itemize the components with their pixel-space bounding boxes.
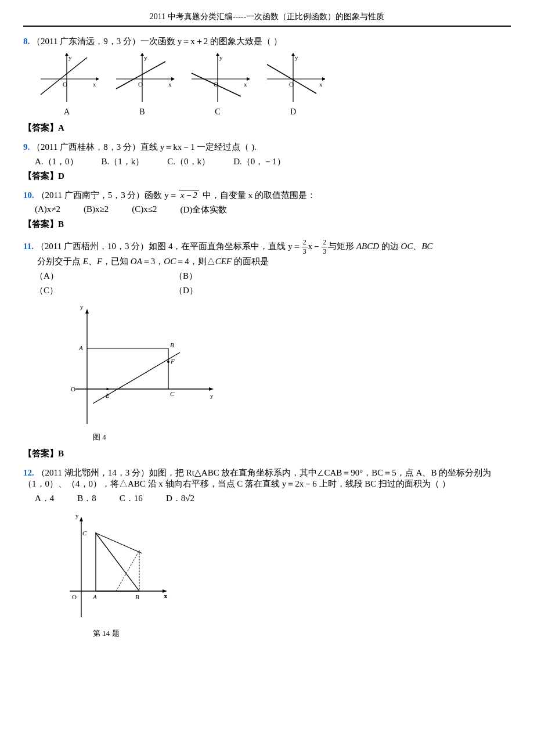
svg-text:y: y [144, 54, 147, 61]
q11-text: （2011 广西梧州，10，3 分）如图 4，在平面直角坐标系中，直线 y＝ [36, 242, 301, 251]
q10-sqrt: x－2 [178, 190, 200, 201]
svg-line-23 [192, 73, 241, 96]
q11-answer: 【答案】B [23, 448, 511, 459]
graph-B-label: B [139, 107, 145, 117]
q12-options: A．4 B．8 C．16 D．8√2 [35, 493, 511, 504]
svg-text:y: y [295, 54, 298, 61]
q9-text: （2011 广西桂林，8，3 分）直线 y＝kx－1 一定经过点（ ). [32, 142, 257, 152]
q10-optB: (B)x≥2 [84, 204, 109, 215]
svg-text:O: O [72, 593, 77, 600]
graph-A: O x y A [35, 53, 99, 117]
svg-marker-61 [116, 550, 139, 591]
q12-optD: D．8√2 [166, 493, 194, 504]
graph-C-svg: O x y [186, 53, 250, 105]
svg-text:O: O [63, 81, 67, 88]
q8-graphs: O x y A O x y B [35, 53, 499, 117]
svg-point-47 [167, 361, 169, 363]
svg-text:y: y [75, 512, 79, 519]
svg-point-45 [106, 388, 109, 390]
svg-line-7 [41, 57, 87, 95]
question-11: 11. （2011 广西梧州，10，3 分）如图 4，在平面直角坐标系中，直线 … [23, 238, 511, 459]
svg-marker-33 [209, 387, 214, 391]
graph-D-label: D [290, 107, 296, 117]
q11-frac1: 23 [302, 238, 308, 256]
q8-text: （2011 广东清远，9，3 分）一次函数 y＝x＋2 的图象大致是（ ） [32, 37, 282, 46]
svg-marker-26 [322, 77, 325, 81]
q10-text2: 中，自变量 x 的取值范围是： [200, 190, 316, 200]
q11-optC: （C） [35, 285, 128, 296]
page-header: 2011 中考真题分类汇编-----一次函数（正比例函数）的图象与性质 [23, 12, 511, 27]
q10-optD: (D)全体实数 [181, 204, 228, 215]
q9-options: A.（1，0） B.（1，k） C.（0，k） D.（0，－1） [35, 156, 511, 167]
q10-text: （2011 广西南宁，5，3 分）函数 y＝ [37, 190, 178, 200]
svg-line-48 [93, 352, 180, 404]
q11-x: x－ [308, 242, 322, 251]
svg-text:x: x [164, 592, 168, 599]
q11-num: 11. [23, 242, 34, 251]
q9-optA: A.（1，0） [35, 156, 78, 167]
q11-frac2: 23 [322, 238, 327, 256]
question-10: 10. （2011 广西南宁，5，3 分）函数 y＝x－2 中，自变量 x 的取… [23, 190, 511, 230]
graph-C-label: C [215, 107, 220, 117]
q11-fig-label: 图 4 [93, 432, 106, 442]
svg-text:B: B [135, 593, 139, 600]
svg-text:x: x [168, 81, 172, 88]
q12-graph-svg: O y x A B x C [58, 510, 174, 626]
q10-optC: (C)x≤2 [132, 204, 157, 215]
q8-answer-text: 【答案】A [23, 123, 64, 132]
q10-optA: (A)x≠2 [35, 204, 60, 215]
q11-answer-text: 【答案】B [23, 449, 64, 458]
q9-num: 9. [23, 142, 30, 152]
q11-figure: O y y A B C E F [58, 302, 476, 442]
question-12: 12. （2011 湖北鄂州，14，3 分）如图，把 Rt△ABC 放在直角坐标… [23, 467, 511, 639]
q12-text: （2011 湖北鄂州，14，3 分）如图，把 Rt△ABC 放在直角坐标系内，其… [23, 468, 491, 488]
svg-text:x: x [319, 81, 323, 88]
q8-num: 8. [23, 37, 30, 46]
svg-marker-18 [247, 77, 250, 81]
q10-answer-text: 【答案】B [23, 219, 64, 229]
graph-C: O x y C [186, 53, 250, 117]
q8-answer: 【答案】A [23, 123, 511, 134]
q12-optA: A．4 [35, 493, 54, 504]
svg-text:O: O [289, 81, 294, 88]
q10-options: (A)x≠2 (B)x≥2 (C)x≤2 (D)全体实数 [35, 204, 511, 215]
graph-A-svg: O x y [35, 53, 99, 105]
q12-optC: C．16 [120, 493, 143, 504]
graph-D-svg: O x y [261, 53, 325, 105]
svg-marker-35 [85, 309, 89, 314]
q11-optD: （D） [174, 285, 267, 296]
header-title: 2011 中考真题分类汇编-----一次函数（正比例函数）的图象与性质 [150, 12, 384, 21]
question-9: 9. （2011 广西桂林，8，3 分）直线 y＝kx－1 一定经过点（ ). … [23, 142, 511, 182]
q11-text3: 分别交于点 E、F，已知 OA＝3，OC＝4，则△CEF 的面积是 [37, 256, 511, 267]
svg-marker-2 [96, 77, 99, 81]
q11-optB: （B） [174, 271, 267, 282]
q11-options: （A） （B） （C） （D） [35, 271, 267, 296]
q9-optD: D.（0，－1） [233, 156, 286, 167]
svg-text:C: C [170, 390, 175, 397]
svg-text:O: O [71, 386, 75, 393]
svg-text:y: y [219, 54, 223, 61]
q11-text2: 与矩形 ABCD 的边 OC、BC [328, 242, 432, 251]
svg-line-62 [96, 533, 142, 553]
q9-answer-text: 【答案】D [23, 171, 64, 181]
svg-marker-10 [171, 77, 174, 81]
svg-text:y: y [80, 303, 84, 310]
q11-graph-svg: O y y A B C E F [58, 302, 221, 430]
svg-text:C: C [82, 530, 87, 537]
q10-num: 10. [23, 190, 34, 200]
q10-answer: 【答案】B [23, 219, 511, 230]
q12-fig-label: 第 14 题 [93, 628, 120, 639]
svg-text:B: B [170, 341, 174, 348]
graph-B-svg: O x y [110, 53, 174, 105]
svg-text:x: x [244, 81, 247, 88]
q9-optC: C.（0，k） [167, 156, 210, 167]
graph-A-label: A [64, 107, 70, 117]
graph-D: O x y D [261, 53, 325, 117]
svg-text:A: A [92, 593, 97, 600]
svg-text:A: A [78, 344, 83, 351]
q12-optB: B．8 [77, 493, 96, 504]
graph-B: O x y B [110, 53, 174, 117]
q9-answer: 【答案】D [23, 171, 511, 182]
svg-text:y: y [68, 54, 72, 61]
q11-optA: （A） [35, 271, 128, 282]
